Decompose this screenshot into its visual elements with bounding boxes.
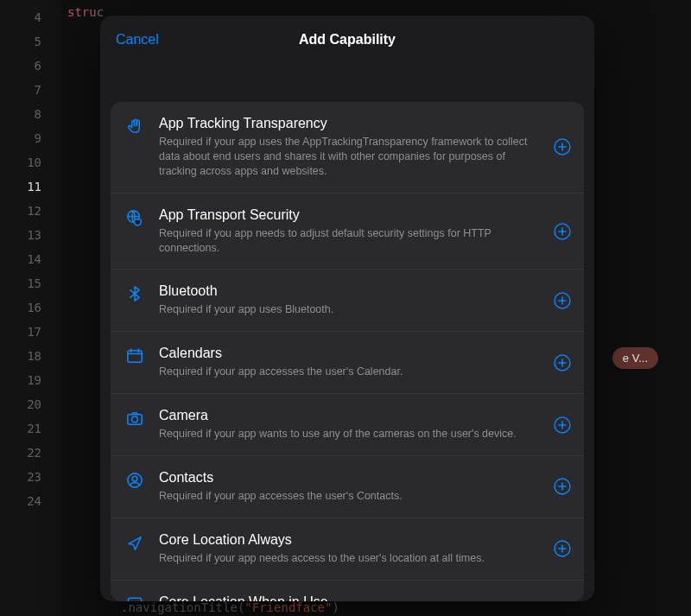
- line-number: 8: [0, 102, 60, 126]
- line-number: 19: [0, 368, 60, 392]
- capability-title: Bluetooth: [159, 283, 542, 299]
- capability-row-contacts[interactable]: ContactsRequired if your app accesses th…: [111, 456, 584, 518]
- capability-subtitle: Required if your app uses the AppTrackin…: [159, 135, 542, 179]
- contacts-icon: [123, 471, 147, 490]
- line-number: 14: [0, 247, 60, 271]
- capability-row-app-transport-security[interactable]: App Transport SecurityRequired if you ap…: [111, 194, 584, 270]
- line-number: 12: [0, 199, 60, 223]
- line-number: 20: [0, 392, 60, 416]
- calendar-icon: [123, 346, 147, 365]
- line-number: 15: [0, 271, 60, 295]
- capability-subtitle: Required if your app wants to use any of…: [159, 427, 542, 441]
- capability-row-app-tracking-transparency[interactable]: App Tracking TransparencyRequired if you…: [111, 102, 584, 194]
- capability-title: Calendars: [159, 346, 542, 361]
- capability-title: App Transport Security: [159, 207, 542, 223]
- capability-subtitle: Required if your app accesses the user's…: [159, 365, 542, 379]
- svg-rect-4: [128, 351, 142, 362]
- line-number: 13: [0, 223, 60, 247]
- add-button[interactable]: [553, 416, 572, 435]
- capability-subtitle: Required if your app needs access to the…: [159, 551, 542, 566]
- capability-title: Core Location When in Use: [159, 594, 542, 601]
- capability-title: Camera: [159, 408, 542, 423]
- capability-title: Contacts: [159, 470, 542, 486]
- capability-title: App Tracking Transparency: [159, 116, 542, 131]
- capability-row-camera[interactable]: CameraRequired if your app wants to use …: [111, 394, 584, 456]
- add-button[interactable]: [553, 291, 572, 310]
- svg-point-7: [132, 416, 138, 422]
- capability-row-bluetooth[interactable]: BluetoothRequired if your app uses Bluet…: [111, 270, 584, 332]
- line-number: 21: [0, 416, 60, 441]
- line-number: 22: [0, 441, 60, 465]
- line-number: 6: [0, 54, 60, 78]
- globe-shield-icon: [123, 208, 147, 227]
- capability-row-core-location-always[interactable]: Core Location AlwaysRequired if your app…: [111, 518, 584, 581]
- cancel-button[interactable]: Cancel: [116, 16, 159, 64]
- svg-point-10: [132, 476, 137, 481]
- bluetooth-icon: [123, 284, 147, 303]
- capability-list[interactable]: App Tracking TransparencyRequired if you…: [111, 102, 584, 601]
- hand-icon: [123, 117, 147, 136]
- camera-icon: [123, 409, 147, 428]
- line-number: 11: [0, 175, 60, 199]
- add-button[interactable]: [553, 539, 572, 558]
- line-number: 18: [0, 344, 60, 368]
- add-button[interactable]: [553, 137, 572, 156]
- capability-title: Core Location Always: [159, 532, 542, 548]
- capability-row-core-location-when-in-use[interactable]: Core Location When in UseRequired if you…: [111, 581, 584, 601]
- truncated-pill: e V...: [612, 347, 658, 369]
- capability-subtitle: Required if you app needs to adjust defa…: [159, 226, 542, 256]
- add-button[interactable]: [553, 222, 572, 241]
- capability-subtitle: Required if your app accesses the user's…: [159, 489, 542, 504]
- line-number: 17: [0, 320, 60, 344]
- line-number: 23: [0, 465, 60, 489]
- add-capability-sheet: Cancel Add Capability App Tracking Trans…: [100, 16, 594, 601]
- line-number: 10: [0, 150, 60, 175]
- line-number: 7: [0, 78, 60, 102]
- line-gutter: 456789101112131415161718192021222324: [0, 0, 60, 616]
- add-button[interactable]: [553, 353, 572, 372]
- line-number: 9: [0, 126, 60, 150]
- svg-rect-13: [128, 598, 141, 601]
- capability-row-calendars[interactable]: CalendarsRequired if your app accesses t…: [111, 332, 584, 394]
- code-fragment-bottom: .navigationTitle("Friendface"): [121, 600, 339, 614]
- line-number: 4: [0, 5, 60, 29]
- location-arrow-icon: [123, 533, 147, 552]
- line-number: 16: [0, 295, 60, 320]
- location-square-icon: [123, 595, 147, 601]
- line-number: 24: [0, 489, 60, 513]
- line-number: 5: [0, 29, 60, 54]
- capability-subtitle: Required if your app uses Bluetooth.: [159, 302, 542, 317]
- code-fragment: struc: [67, 5, 104, 19]
- sheet-title: Add Capability: [100, 16, 594, 64]
- add-button[interactable]: [553, 477, 572, 496]
